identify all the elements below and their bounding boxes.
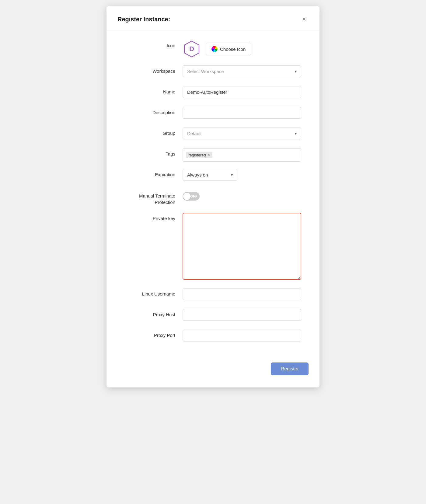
name-label: Name (125, 86, 183, 94)
modal-title: Register Instance: (117, 16, 170, 23)
description-label: Description (125, 107, 183, 115)
private-key-textarea[interactable] (183, 213, 301, 280)
toggle-wrap: OFF (183, 190, 301, 201)
expiration-select[interactable]: Always on (183, 169, 237, 181)
workspace-select[interactable]: Select Workspace (183, 65, 301, 77)
toggle-state-label: OFF (190, 194, 198, 198)
workspace-label: Workspace (125, 65, 183, 74)
toggle-knob (183, 193, 190, 200)
modal-header: Register Instance: × (106, 6, 320, 30)
icon-row: Icon D Choose Icon (125, 40, 301, 58)
close-button[interactable]: × (300, 15, 309, 24)
manual-terminate-label: Manual Terminate Protection (125, 190, 183, 205)
icon-label: Icon (125, 40, 183, 48)
description-control (183, 107, 301, 119)
description-input[interactable] (183, 107, 301, 119)
group-row: Group Default ▼ (125, 128, 301, 141)
manual-terminate-toggle[interactable]: OFF (183, 192, 200, 201)
workspace-row: Workspace Select Workspace ▼ (125, 65, 301, 79)
hexagon-letter: D (189, 45, 194, 53)
tags-row: Tags registered × (125, 148, 301, 162)
hexagon-icon: D (183, 40, 201, 58)
expiration-label: Expiration (125, 169, 183, 177)
linux-username-row: Linux Username (125, 288, 301, 302)
name-input[interactable] (183, 86, 301, 98)
proxy-host-control (183, 309, 301, 321)
tags-control: registered × (183, 148, 301, 162)
manual-terminate-control: OFF (183, 190, 301, 201)
group-control: Default ▼ (183, 128, 301, 139)
register-button[interactable]: Register (271, 362, 309, 375)
tags-input[interactable]: registered × (183, 148, 301, 162)
expiration-control: Always on ▼ (183, 169, 301, 181)
manual-terminate-row: Manual Terminate Protection OFF (125, 190, 301, 205)
tag-text: registered (188, 153, 206, 157)
tag-registered: registered × (186, 152, 212, 158)
proxy-port-row: Proxy Port (125, 330, 301, 343)
icon-control: D Choose Icon (183, 40, 301, 58)
modal-body: Icon D Choose Icon Works (106, 30, 320, 356)
name-row: Name (125, 86, 301, 100)
workspace-select-wrapper: Select Workspace ▼ (183, 65, 301, 77)
expiration-row: Expiration Always on ▼ (125, 169, 301, 182)
proxy-host-input[interactable] (183, 309, 301, 321)
private-key-control (183, 213, 301, 281)
proxy-host-label: Proxy Host (125, 309, 183, 317)
proxy-port-input[interactable] (183, 330, 301, 341)
choose-icon-button[interactable]: Choose Icon (206, 43, 251, 55)
icon-row-inner: D Choose Icon (183, 40, 301, 58)
color-wheel-icon (211, 46, 218, 52)
expiration-select-wrapper: Always on ▼ (183, 169, 237, 181)
group-label: Group (125, 128, 183, 136)
proxy-port-label: Proxy Port (125, 330, 183, 338)
group-select[interactable]: Default (183, 128, 301, 139)
private-key-row: Private key (125, 213, 301, 281)
workspace-control: Select Workspace ▼ (183, 65, 301, 77)
group-select-wrapper: Default ▼ (183, 128, 301, 139)
modal-footer: Register (106, 356, 320, 375)
private-key-label: Private key (125, 213, 183, 221)
description-row: Description (125, 107, 301, 120)
name-control (183, 86, 301, 98)
linux-username-control (183, 288, 301, 300)
linux-username-label: Linux Username (125, 288, 183, 296)
tag-remove-registered[interactable]: × (208, 153, 210, 157)
proxy-host-row: Proxy Host (125, 309, 301, 322)
register-instance-modal: Register Instance: × Icon D Choose Icon (106, 6, 320, 387)
linux-username-input[interactable] (183, 288, 301, 300)
tags-label: Tags (125, 148, 183, 156)
choose-icon-label: Choose Icon (220, 47, 246, 52)
proxy-port-control (183, 330, 301, 341)
